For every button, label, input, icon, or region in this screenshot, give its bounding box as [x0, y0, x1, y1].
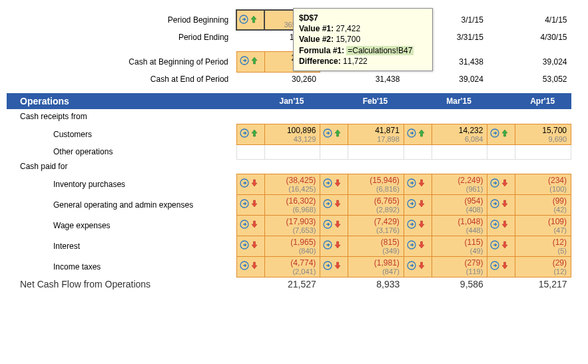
- detail-icon: [490, 240, 499, 250]
- detail-icon: [240, 178, 249, 188]
- cell-value[interactable]: (1,048)(448): [432, 215, 487, 236]
- arrow-down-icon: [334, 179, 342, 187]
- cell-value[interactable]: (109)(47): [515, 215, 571, 236]
- cell-icon[interactable]: [487, 256, 515, 277]
- cell-value[interactable]: (1,965)(840): [264, 236, 320, 256]
- cell-value[interactable]: (115)(49): [432, 236, 487, 256]
- cell-value[interactable]: (815)(349): [348, 236, 404, 256]
- cell-icon[interactable]: [404, 215, 432, 236]
- cell-icon[interactable]: [404, 124, 432, 144]
- cell-value[interactable]: 14,2326,084: [432, 124, 487, 144]
- cell-value[interactable]: (6,765)(2,892): [348, 194, 404, 215]
- arrow-down-icon: [418, 262, 426, 270]
- cell-icon[interactable]: [320, 256, 348, 277]
- cell-value[interactable]: 21,527: [264, 277, 320, 291]
- cell-value[interactable]: (17,903)(7,653): [264, 215, 320, 236]
- cell-value[interactable]: (279)(119): [432, 256, 487, 277]
- cell-value[interactable]: 31,438: [348, 72, 404, 87]
- detail-icon: [323, 220, 332, 229]
- detail-icon: [323, 240, 332, 250]
- cell-icon[interactable]: [320, 215, 348, 236]
- cell-value[interactable]: 15,7009,690: [515, 124, 571, 144]
- cell-value[interactable]: 3/1/15: [432, 10, 487, 30]
- label-cash-end: Cash at End of Period: [7, 72, 236, 87]
- cell-value[interactable]: (99)(42): [515, 194, 571, 215]
- cell-value[interactable]: 39,024: [515, 51, 571, 72]
- cell-value[interactable]: (15,946)(6,816): [348, 174, 404, 194]
- cell-value[interactable]: 15,217: [515, 277, 571, 291]
- cell-value[interactable]: 31,438: [432, 51, 487, 72]
- cell-value[interactable]: (234)(100): [515, 174, 571, 194]
- cell-value[interactable]: (16,302)(6,968): [264, 194, 320, 215]
- cell-icon[interactable]: [236, 10, 264, 30]
- cell-value[interactable]: (29)(12): [515, 256, 571, 277]
- arrow-down-icon: [334, 200, 342, 208]
- arrow-down-icon: [250, 220, 258, 228]
- arrow-down-icon: [501, 220, 509, 228]
- cell-value[interactable]: 41,87117,898: [348, 124, 404, 144]
- cell-value[interactable]: (1,981)(847): [348, 256, 404, 277]
- cell-value[interactable]: (7,429)(3,176): [348, 215, 404, 236]
- row-incometax: Income taxes (4,774)(2,041) (1,981)(847)…: [7, 256, 571, 277]
- cell-icon[interactable]: [404, 256, 432, 277]
- cell-value[interactable]: (954)(408): [432, 194, 487, 215]
- cell-value[interactable]: (2,249)(961): [432, 174, 487, 194]
- cell-icon[interactable]: [320, 194, 348, 215]
- cell-value[interactable]: 39,024: [432, 72, 487, 87]
- label-customers: Customers: [7, 124, 236, 144]
- detail-icon: [323, 128, 332, 138]
- cell-icon[interactable]: [487, 215, 515, 236]
- arrow-up-icon: [501, 129, 509, 137]
- arrow-down-icon: [250, 241, 258, 249]
- cell-value[interactable]: 4/30/15: [515, 30, 571, 45]
- cell-value[interactable]: 9,586: [432, 277, 487, 291]
- cell-icon[interactable]: [236, 51, 264, 72]
- cell-value[interactable]: (12)(5): [515, 236, 571, 256]
- cell-value[interactable]: 100,89643,129: [264, 124, 320, 144]
- arrow-down-icon: [250, 200, 258, 208]
- cell-icon[interactable]: [404, 174, 432, 194]
- cell-icon[interactable]: [404, 194, 432, 215]
- cell-icon[interactable]: [320, 174, 348, 194]
- header-month: Jan'15: [264, 93, 320, 109]
- detail-icon: [407, 128, 416, 138]
- cell-value[interactable]: 8,933: [348, 277, 404, 291]
- cell-value[interactable]: 53,052: [515, 72, 571, 87]
- cell-icon[interactable]: [487, 236, 515, 256]
- label-genop: General operating and admin expenses: [7, 194, 236, 215]
- row-other-operations: Other operations: [7, 144, 571, 159]
- arrow-down-icon: [501, 200, 509, 208]
- cell-icon[interactable]: [487, 194, 515, 215]
- cell-value[interactable]: 4/1/15: [515, 10, 571, 30]
- detail-icon: [323, 178, 332, 188]
- arrow-down-icon: [418, 179, 426, 187]
- cell-icon[interactable]: [236, 124, 264, 144]
- label-cash-begin: Cash at Beginning of Period: [7, 51, 236, 72]
- label-net: Net Cash Flow from Operations: [7, 277, 236, 291]
- detail-icon: [407, 199, 416, 208]
- cell-icon[interactable]: [320, 236, 348, 256]
- cell-icon[interactable]: [487, 174, 515, 194]
- row-genop: General operating and admin expenses (16…: [7, 194, 571, 215]
- cell-value[interactable]: 3/31/15: [432, 30, 487, 45]
- detail-icon: [490, 199, 499, 208]
- cell-value[interactable]: 30,260: [264, 72, 320, 87]
- cell-icon[interactable]: [487, 124, 515, 144]
- cell-icon[interactable]: [236, 256, 264, 277]
- cell-icon[interactable]: [236, 236, 264, 256]
- arrow-up-icon: [250, 15, 258, 23]
- detail-icon: [490, 178, 499, 188]
- cell-icon[interactable]: [236, 174, 264, 194]
- arrow-up-icon: [334, 129, 342, 137]
- detail-icon: [490, 220, 499, 229]
- row-cash-end: Cash at End of Period 30,260 31,438 39,0…: [7, 72, 571, 87]
- detail-icon: [240, 240, 249, 250]
- cell-icon[interactable]: [236, 215, 264, 236]
- arrow-down-icon: [418, 200, 426, 208]
- cell-icon[interactable]: [320, 124, 348, 144]
- cell-icon[interactable]: [404, 236, 432, 256]
- cell-value[interactable]: (38,425)(16,425): [264, 174, 320, 194]
- cell-value[interactable]: (4,774)(2,041): [264, 256, 320, 277]
- cell-icon[interactable]: [236, 194, 264, 215]
- detail-icon: [240, 220, 249, 229]
